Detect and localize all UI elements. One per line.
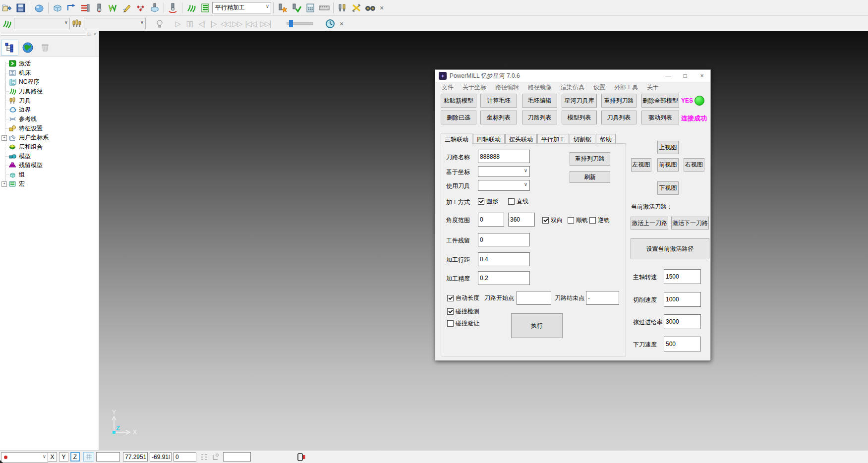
locator-axis-icon[interactable] [211,453,220,462]
save-icon[interactable] [14,1,27,14]
menu-file[interactable]: 文件 [437,83,458,92]
coord-x-value[interactable] [123,452,148,462]
explorer-trash-button[interactable] [37,40,53,55]
execute-button[interactable]: 执行 [511,313,563,338]
panel-grip[interactable] [1,33,86,35]
explorer-globe-button[interactable] [19,40,36,55]
menu-render-sim[interactable]: 渲染仿真 [556,83,589,92]
conventional-checkbox[interactable]: 逆铣 [589,216,610,225]
tab-saw[interactable]: 切割锯 [570,134,595,144]
panel-float-icon[interactable]: □ [86,32,92,37]
tree-item-stock-models[interactable]: 残留模型 [0,161,99,171]
sphere-icon[interactable] [33,1,46,14]
coord-y-value[interactable] [150,452,172,462]
view-bottom-button[interactable]: 下视图 [657,181,679,195]
axis-y-button[interactable]: Y [59,452,68,462]
axis-z-button[interactable]: Z [70,452,80,462]
tools-icon[interactable] [70,17,83,30]
stock-remain-input[interactable] [478,233,530,246]
binoculars-icon[interactable] [364,1,377,14]
tab-3axis[interactable]: 三轴联动 [441,133,472,144]
checkbox-icon[interactable] [568,217,574,224]
bidirectional-checkbox[interactable]: 双向 [542,216,563,225]
expand-icon[interactable]: + [1,135,7,141]
tree-item-workplanes[interactable]: + 用户坐标系 [0,133,99,143]
open-icon[interactable] [0,1,13,14]
toolpath-strategy-icon[interactable] [65,1,78,14]
tool-list-button[interactable]: 刀具列表 [601,111,637,124]
start-point-input[interactable] [517,291,551,305]
xyz-list-icon[interactable] [200,453,208,461]
view-left-button[interactable]: 左视图 [631,158,651,172]
plunge-feed-input[interactable] [664,337,701,351]
tool-library-button[interactable]: 星河刀具库 [562,94,597,108]
step-forward-button[interactable]: |▷ [207,19,219,28]
clock-icon[interactable] [324,17,337,30]
play-button[interactable]: ▷ [172,19,183,28]
rewind-button[interactable]: ◁◁ [219,19,231,28]
block-icon[interactable] [51,1,64,14]
checkbox-icon[interactable] [447,320,454,327]
speed-slider-handle[interactable] [289,20,293,27]
activate-next-button[interactable]: 激活下一刀路 [671,217,709,230]
toolpath-list-button[interactable]: 刀路列表 [522,111,557,124]
stock-edit-button[interactable]: 毛坯编辑 [522,94,557,108]
axis-x-button[interactable]: X [48,452,57,462]
menu-settings[interactable]: 设置 [589,83,610,92]
tree-item-models[interactable]: 模型 [0,152,99,161]
menu-external-tools[interactable]: 外部工具 [610,83,642,92]
tree-item-boundaries[interactable]: 边界 [0,105,99,115]
toolpath-spring-icon[interactable] [0,17,13,30]
panel-close-icon[interactable]: × [92,32,98,37]
panel-grip[interactable] [1,35,86,37]
statusbar-field-2[interactable] [223,452,251,462]
compute-stock-button[interactable]: 计算毛坯 [480,94,517,108]
simulation-toolbar-close-icon[interactable]: × [337,20,346,28]
speed-slider[interactable] [287,22,313,25]
drive-list-button[interactable]: 驱动列表 [641,111,679,124]
mode-circle-checkbox[interactable]: 圆形 [478,197,498,206]
coord-list-button[interactable]: 坐标列表 [480,111,517,124]
lightbulb-icon[interactable] [153,17,166,30]
tree-item-feature-sets[interactable]: 特征设置 [0,124,99,133]
explorer-tree-button[interactable] [1,40,18,56]
tool-icon[interactable] [93,1,106,14]
pause-button[interactable]: ▯▯ [183,19,195,28]
fast-forward-button[interactable]: ▷▷ [231,19,243,28]
tool-pair-icon[interactable] [336,1,349,14]
mode-line-checkbox[interactable]: 直线 [508,197,528,206]
tree-item-macros[interactable]: + 宏 [0,179,99,189]
tab-parallel[interactable]: 平行加工 [537,134,569,144]
strategy-list-icon[interactable] [199,1,212,14]
checkbox-icon[interactable] [478,198,484,205]
calculator-icon[interactable] [304,1,317,14]
tab-4axis[interactable]: 四轴联动 [473,134,505,144]
verify-check-icon[interactable] [290,1,303,14]
checkbox-icon[interactable] [508,198,515,205]
feature-block-icon[interactable] [148,1,161,14]
end-point-input[interactable] [586,291,619,305]
minimize-button[interactable]: — [660,70,677,82]
toolpath-name-input[interactable] [478,150,530,163]
go-to-start-button[interactable]: |◁◁ [243,19,258,28]
sim-tool-combo[interactable]: ∨ [84,18,146,29]
close-button[interactable]: × [694,70,710,82]
spindle-speed-input[interactable] [664,269,701,284]
tree-item-levels-sets[interactable]: 层和组合 [0,142,99,152]
sim-toolpath-combo[interactable]: ∨ [14,18,70,29]
checkbox-icon[interactable] [447,295,454,301]
checkbox-icon[interactable] [542,217,549,224]
tab-head-tilt[interactable]: 摆头联动 [505,134,537,144]
rearrange-toolpaths-button[interactable]: 重排列刀路 [601,94,637,108]
leads-links-icon[interactable] [107,1,119,14]
swap-cross-icon[interactable] [350,1,363,14]
nc-program-icon[interactable] [79,1,92,14]
set-active-path-button[interactable]: 设置当前激活路径 [631,238,709,259]
resize-grip[interactable] [0,460,3,463]
statusbar-combo[interactable]: ∨ [1,452,48,463]
delete-selected-button[interactable]: 删除已选 [441,111,476,124]
pencil-icon[interactable] [120,1,133,14]
menu-about-coords[interactable]: 关于坐标 [458,83,491,92]
checkbox-icon[interactable] [447,308,454,315]
measure-ruler-icon[interactable] [318,1,331,14]
